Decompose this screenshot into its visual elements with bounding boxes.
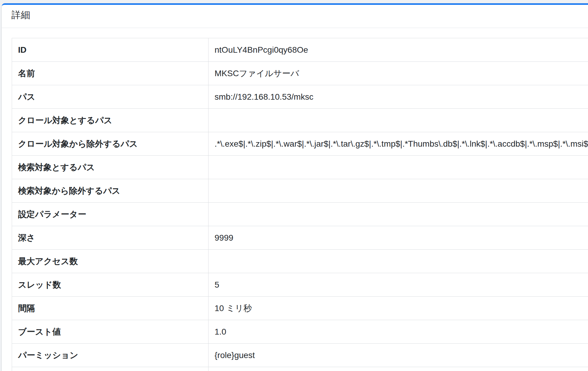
table-row: クロール対象とするパス: [12, 109, 588, 132]
table-row: 検索対象から除外するパス: [12, 179, 588, 203]
table-row: スレッド数5: [12, 273, 588, 297]
table-row: IDntOuLY4BnPcgi0qy68Oe: [12, 38, 588, 62]
detail-label: スレッド数: [12, 273, 209, 297]
page: 詳細 IDntOuLY4BnPcgi0qy68Oe名前MKSCファイルサーバパス…: [0, 0, 588, 371]
detail-value: [209, 250, 588, 273]
table-row: パスsmb://192.168.10.53/mksc: [12, 85, 588, 109]
detail-label: ブースト値: [12, 320, 209, 344]
detail-value: [209, 109, 588, 132]
detail-table: IDntOuLY4BnPcgi0qy68Oe名前MKSCファイルサーバパスsmb…: [12, 38, 588, 371]
table-row: 検索対象とするパス: [12, 156, 588, 179]
table-row: 最大アクセス数: [12, 250, 588, 273]
detail-value: 5: [209, 273, 588, 297]
detail-label: 最大アクセス数: [12, 250, 209, 273]
card-title: 詳細: [11, 10, 30, 20]
detail-value: smb://192.168.10.53/mksc: [209, 85, 588, 109]
detail-label: 検索対象とするパス: [12, 156, 209, 179]
detail-label: 深さ: [12, 226, 209, 250]
table-row: 深さ9999: [12, 226, 588, 250]
detail-value: 9999: [209, 226, 588, 250]
table-row: パーミッション{role}guest: [12, 344, 588, 367]
detail-label: パーミッション: [12, 344, 209, 367]
detail-value: [209, 156, 588, 179]
table-row: ブースト値1.0: [12, 320, 588, 344]
card-header: 詳細: [2, 5, 588, 28]
detail-label: パス: [12, 85, 209, 109]
detail-label: 設定パラメーター: [12, 203, 209, 226]
table-row: 名前MKSCファイルサーバ: [12, 62, 588, 85]
detail-value: ntOuLY4BnPcgi0qy68Oe: [209, 38, 588, 62]
detail-value: .*\.exe$|.*\.zip$|.*\.war$|.*\.jar$|.*\.…: [209, 132, 588, 156]
detail-value: MKSCファイルサーバ: [209, 62, 588, 85]
detail-label: 間隔: [12, 297, 209, 320]
detail-label: ID: [12, 38, 209, 62]
detail-label: クロール対象とするパス: [12, 109, 209, 132]
table-row: [12, 367, 588, 371]
table-row: 間隔10 ミリ秒: [12, 297, 588, 320]
detail-value: [209, 203, 588, 226]
detail-value: 1.0: [209, 320, 588, 344]
detail-label: クロール対象から除外するパス: [12, 132, 209, 156]
detail-value: [209, 367, 588, 371]
card-body: IDntOuLY4BnPcgi0qy68Oe名前MKSCファイルサーバパスsmb…: [2, 28, 588, 371]
table-row: クロール対象から除外するパス.*\.exe$|.*\.zip$|.*\.war$…: [12, 132, 588, 156]
detail-value: [209, 179, 588, 203]
detail-label: 検索対象から除外するパス: [12, 179, 209, 203]
table-row: 設定パラメーター: [12, 203, 588, 226]
detail-label: [12, 367, 209, 371]
detail-card: 詳細 IDntOuLY4BnPcgi0qy68Oe名前MKSCファイルサーバパス…: [2, 3, 588, 371]
detail-value: {role}guest: [209, 344, 588, 367]
detail-value: 10 ミリ秒: [209, 297, 588, 320]
detail-label: 名前: [12, 62, 209, 85]
